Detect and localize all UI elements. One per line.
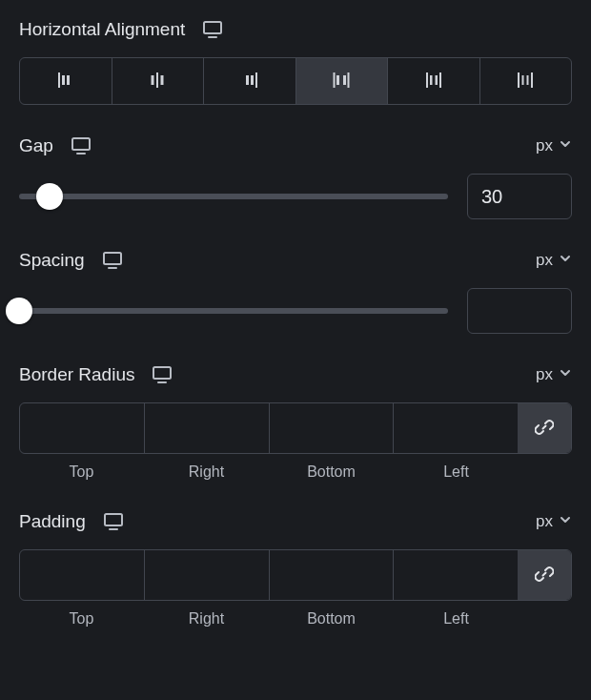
border-radius-top-input[interactable]: [20, 403, 144, 453]
section-spacing: Spacing px: [19, 250, 572, 334]
side-label-left: Left: [394, 610, 519, 628]
padding-left-input[interactable]: [394, 550, 518, 600]
align-space-around-icon: [424, 71, 443, 93]
side-label-top: Top: [19, 463, 144, 481]
spacing-label: Spacing: [19, 250, 85, 271]
gap-control-row: [19, 174, 572, 219]
chevron-down-icon: [559, 512, 572, 531]
align-end-button[interactable]: [204, 58, 296, 104]
spacing-slider-thumb[interactable]: [6, 298, 32, 324]
border-radius-side-labels: Top Right Bottom Left: [19, 463, 572, 481]
desktop-icon[interactable]: [71, 136, 92, 155]
spacer: [519, 610, 572, 628]
padding-link-toggle[interactable]: [518, 550, 571, 600]
align-space-between-button[interactable]: [296, 58, 389, 104]
section-horizontal-alignment: Horizontal Alignment: [19, 19, 572, 105]
section-header: Spacing px: [19, 250, 572, 271]
side-label-right: Right: [144, 463, 269, 481]
padding-right-input[interactable]: [145, 550, 269, 600]
desktop-icon[interactable]: [202, 20, 223, 39]
border-radius-unit-label: px: [536, 365, 553, 384]
spacing-slider[interactable]: [19, 308, 448, 314]
side-label-bottom: Bottom: [269, 463, 394, 481]
section-padding: Padding px Top Right Bottom Left: [19, 511, 572, 628]
padding-label: Padding: [19, 511, 86, 532]
spacing-input[interactable]: [467, 288, 572, 334]
align-start-icon: [56, 71, 75, 93]
chevron-down-icon: [559, 251, 572, 270]
style-panel: Horizontal Alignment: [0, 0, 591, 628]
link-icon: [535, 418, 554, 440]
align-space-between-icon: [332, 71, 351, 93]
section-header: Padding px: [19, 511, 572, 532]
side-label-right: Right: [144, 610, 269, 628]
spacing-control-row: [19, 288, 572, 334]
gap-label: Gap: [19, 135, 53, 156]
padding-unit-select[interactable]: px: [536, 512, 572, 531]
align-space-around-button[interactable]: [388, 58, 480, 104]
link-icon: [535, 565, 554, 587]
gap-slider[interactable]: [19, 194, 448, 199]
gap-unit-label: px: [536, 136, 553, 155]
align-center-icon: [148, 71, 167, 93]
border-radius-left-input[interactable]: [394, 403, 518, 453]
align-start-button[interactable]: [20, 58, 112, 104]
border-radius-sides: [19, 402, 572, 454]
section-gap: Gap px: [19, 135, 572, 219]
side-label-top: Top: [19, 610, 144, 628]
padding-top-input[interactable]: [20, 550, 144, 600]
spacing-unit-select[interactable]: px: [536, 251, 572, 270]
align-center-button[interactable]: [112, 58, 205, 104]
padding-bottom-input[interactable]: [270, 550, 394, 600]
border-radius-unit-select[interactable]: px: [536, 365, 572, 384]
horizontal-alignment-label: Horizontal Alignment: [19, 19, 185, 40]
section-border-radius: Border Radius px Top Right Bottom Left: [19, 364, 572, 481]
gap-unit-select[interactable]: px: [536, 136, 572, 155]
chevron-down-icon: [559, 136, 572, 155]
section-header: Gap px: [19, 135, 572, 156]
border-radius-label: Border Radius: [19, 364, 134, 385]
desktop-icon[interactable]: [103, 512, 124, 531]
side-label-bottom: Bottom: [269, 610, 394, 628]
gap-input[interactable]: [467, 174, 572, 219]
border-radius-bottom-input[interactable]: [270, 403, 394, 453]
chevron-down-icon: [559, 365, 572, 384]
gap-slider-thumb[interactable]: [36, 183, 63, 210]
align-end-icon: [240, 71, 259, 93]
align-space-evenly-button[interactable]: [480, 58, 572, 104]
border-radius-right-input[interactable]: [145, 403, 269, 453]
padding-unit-label: px: [536, 512, 553, 531]
section-header: Horizontal Alignment: [19, 19, 572, 40]
padding-sides: [19, 549, 572, 601]
align-space-evenly-icon: [516, 71, 535, 93]
padding-side-labels: Top Right Bottom Left: [19, 610, 572, 628]
border-radius-link-toggle[interactable]: [518, 403, 571, 453]
spacer: [519, 463, 572, 481]
alignment-button-group: [19, 57, 572, 105]
spacing-unit-label: px: [536, 251, 553, 270]
desktop-icon[interactable]: [152, 365, 173, 384]
desktop-icon[interactable]: [102, 251, 123, 270]
section-header: Border Radius px: [19, 364, 572, 385]
side-label-left: Left: [394, 463, 519, 481]
